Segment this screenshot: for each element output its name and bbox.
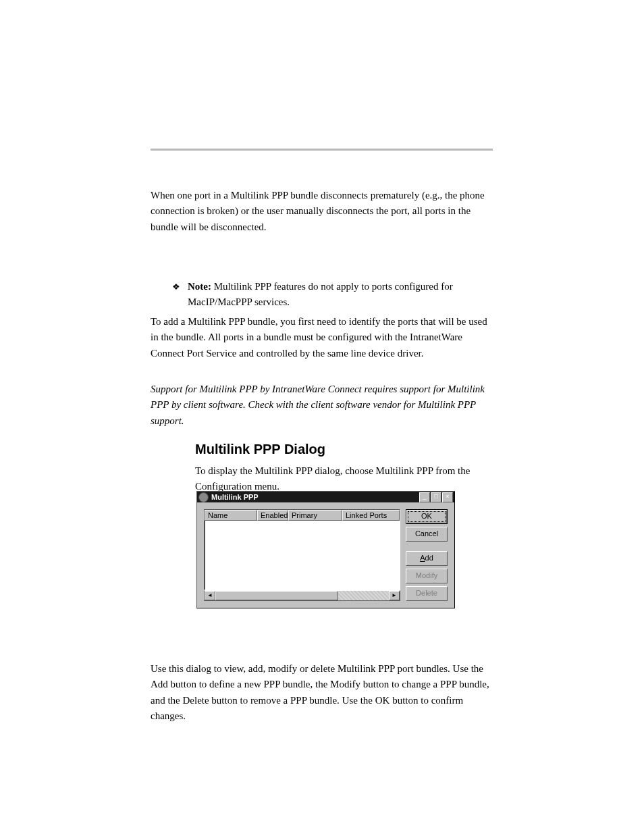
add-button[interactable]: Add [406,551,448,566]
scroll-right-button[interactable]: ► [389,591,400,600]
note-paragraph: Note: Multilink PPP features do not appl… [188,279,493,311]
note-bullet-icon: ❖ [172,282,180,292]
column-primary[interactable]: Primary [288,510,342,521]
column-linked-ports[interactable]: Linked Ports [342,510,400,521]
scroll-track[interactable] [338,591,389,600]
paragraph-disconnect: When one port in a Multilink PPP bundle … [151,188,493,235]
section-rule [151,149,493,151]
client-area: Name Enabled Primary Linked Ports ◄ ► OK… [197,502,454,608]
multilink-ppp-window: Multilink PPP _ □ × Name Enabled Primary… [196,491,455,608]
listview-container: Name Enabled Primary Linked Ports ◄ ► [204,509,400,601]
column-enabled[interactable]: Enabled [257,510,288,521]
cancel-button[interactable]: Cancel [406,527,448,542]
note-body: Multilink PPP features do not apply to p… [188,281,453,307]
note-label: Note: [188,281,211,292]
bundle-listview[interactable]: Name Enabled Primary Linked Ports [204,509,400,590]
column-name[interactable]: Name [205,510,257,521]
paragraph-client-support: Support for Multilink PPP by IntranetWar… [151,382,493,429]
scroll-left-button[interactable]: ◄ [205,591,215,600]
paragraph-display-dialog: To display the Multilink PPP dialog, cho… [195,463,493,495]
close-button[interactable]: × [442,492,453,502]
minimize-button[interactable]: _ [419,492,430,502]
paragraph-usage: Use this dialog to view, add, modify or … [151,661,493,724]
system-menu-icon[interactable] [198,492,209,502]
scroll-thumb[interactable] [215,591,338,600]
titlebar-buttons: _ □ × [419,492,453,502]
modify-button[interactable]: Modify [406,569,448,583]
heading-multilink-ppp-dialog: Multilink PPP Dialog [195,442,325,457]
paragraph-add-bundle: To add a Multilink PPP bundle, you first… [151,314,493,361]
ok-button[interactable]: OK [406,509,448,524]
delete-button[interactable]: Delete [406,586,448,601]
maximize-button[interactable]: □ [431,492,441,502]
listview-header: Name Enabled Primary Linked Ports [205,510,400,521]
add-mnemonic: A [420,554,425,562]
button-spacer [406,544,448,548]
button-column: OK Cancel Add Modify Delete [406,509,448,601]
horizontal-scrollbar[interactable]: ◄ ► [204,590,400,601]
window-title: Multilink PPP [211,493,419,501]
titlebar[interactable]: Multilink PPP _ □ × [197,492,454,502]
